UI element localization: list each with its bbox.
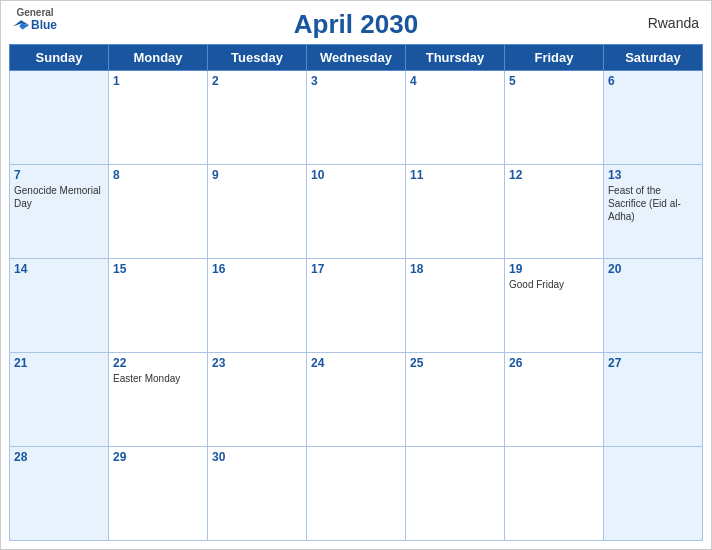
- day-number: 3: [311, 74, 401, 88]
- calendar-cell: 6: [604, 71, 703, 165]
- calendar-cell: 3: [307, 71, 406, 165]
- calendar-row-4: 282930: [10, 447, 703, 541]
- calendar-cell: 20: [604, 259, 703, 353]
- calendar-cell: 17: [307, 259, 406, 353]
- calendar-cell: 8: [109, 165, 208, 259]
- day-number: 21: [14, 356, 104, 370]
- weekday-header-row: Sunday Monday Tuesday Wednesday Thursday…: [10, 45, 703, 71]
- day-number: 30: [212, 450, 302, 464]
- calendar-row-1: 7Genocide Memorial Day8910111213Feast of…: [10, 165, 703, 259]
- holiday-label: Good Friday: [509, 278, 599, 291]
- calendar-cell: 24: [307, 353, 406, 447]
- day-number: 1: [113, 74, 203, 88]
- header-thursday: Thursday: [406, 45, 505, 71]
- day-number: 8: [113, 168, 203, 182]
- day-number: 6: [608, 74, 698, 88]
- day-number: 12: [509, 168, 599, 182]
- calendar-cell: 28: [10, 447, 109, 541]
- calendar-cell: 1: [109, 71, 208, 165]
- header-tuesday: Tuesday: [208, 45, 307, 71]
- day-number: 24: [311, 356, 401, 370]
- day-number: 2: [212, 74, 302, 88]
- day-number: 13: [608, 168, 698, 182]
- calendar-cell: 26: [505, 353, 604, 447]
- header-wednesday: Wednesday: [307, 45, 406, 71]
- calendar-cell: [10, 71, 109, 165]
- logo: General Blue: [13, 7, 57, 32]
- day-number: 15: [113, 262, 203, 276]
- calendar-cell: 22Easter Monday: [109, 353, 208, 447]
- day-number: 16: [212, 262, 302, 276]
- calendar-cell: 23: [208, 353, 307, 447]
- day-number: 18: [410, 262, 500, 276]
- calendar-cell: 16: [208, 259, 307, 353]
- calendar-row-2: 141516171819Good Friday20: [10, 259, 703, 353]
- calendar-cell: [505, 447, 604, 541]
- calendar-cell: 11: [406, 165, 505, 259]
- calendar-cell: 2: [208, 71, 307, 165]
- page-title: April 2030: [294, 9, 418, 40]
- holiday-label: Easter Monday: [113, 372, 203, 385]
- day-number: 19: [509, 262, 599, 276]
- calendar-cell: 30: [208, 447, 307, 541]
- calendar-cell: 27: [604, 353, 703, 447]
- day-number: 11: [410, 168, 500, 182]
- calendar-cell: [307, 447, 406, 541]
- title-area: April 2030: [294, 9, 418, 40]
- header-friday: Friday: [505, 45, 604, 71]
- calendar-cell: 4: [406, 71, 505, 165]
- calendar-cell: 18: [406, 259, 505, 353]
- calendar-cell: 21: [10, 353, 109, 447]
- day-number: 22: [113, 356, 203, 370]
- logo-bird-icon: [13, 18, 29, 32]
- calendar-cell: [406, 447, 505, 541]
- day-number: 4: [410, 74, 500, 88]
- day-number: 25: [410, 356, 500, 370]
- calendar-row-0: 123456: [10, 71, 703, 165]
- day-number: 23: [212, 356, 302, 370]
- calendar-cell: 9: [208, 165, 307, 259]
- holiday-label: Feast of the Sacrifice (Eid al-Adha): [608, 184, 698, 223]
- logo-general: General: [16, 7, 53, 18]
- calendar-cell: 7Genocide Memorial Day: [10, 165, 109, 259]
- calendar: Sunday Monday Tuesday Wednesday Thursday…: [1, 44, 711, 549]
- header-monday: Monday: [109, 45, 208, 71]
- header: General Blue April 2030 Rwanda: [1, 1, 711, 44]
- calendar-cell: 10: [307, 165, 406, 259]
- calendar-cell: 12: [505, 165, 604, 259]
- day-number: 26: [509, 356, 599, 370]
- calendar-page: General Blue April 2030 Rwanda Sunday Mo…: [0, 0, 712, 550]
- day-number: 27: [608, 356, 698, 370]
- calendar-cell: 14: [10, 259, 109, 353]
- day-number: 20: [608, 262, 698, 276]
- header-saturday: Saturday: [604, 45, 703, 71]
- calendar-cell: 5: [505, 71, 604, 165]
- calendar-cell: 13Feast of the Sacrifice (Eid al-Adha): [604, 165, 703, 259]
- day-number: 28: [14, 450, 104, 464]
- calendar-table: Sunday Monday Tuesday Wednesday Thursday…: [9, 44, 703, 541]
- day-number: 7: [14, 168, 104, 182]
- day-number: 29: [113, 450, 203, 464]
- calendar-cell: 19Good Friday: [505, 259, 604, 353]
- logo-blue: Blue: [13, 18, 57, 32]
- day-number: 10: [311, 168, 401, 182]
- calendar-cell: 29: [109, 447, 208, 541]
- calendar-cell: 25: [406, 353, 505, 447]
- calendar-cell: 15: [109, 259, 208, 353]
- calendar-cell: [604, 447, 703, 541]
- day-number: 9: [212, 168, 302, 182]
- country-label: Rwanda: [648, 15, 699, 31]
- header-sunday: Sunday: [10, 45, 109, 71]
- calendar-row-3: 2122Easter Monday2324252627: [10, 353, 703, 447]
- day-number: 14: [14, 262, 104, 276]
- holiday-label: Genocide Memorial Day: [14, 184, 104, 210]
- day-number: 17: [311, 262, 401, 276]
- day-number: 5: [509, 74, 599, 88]
